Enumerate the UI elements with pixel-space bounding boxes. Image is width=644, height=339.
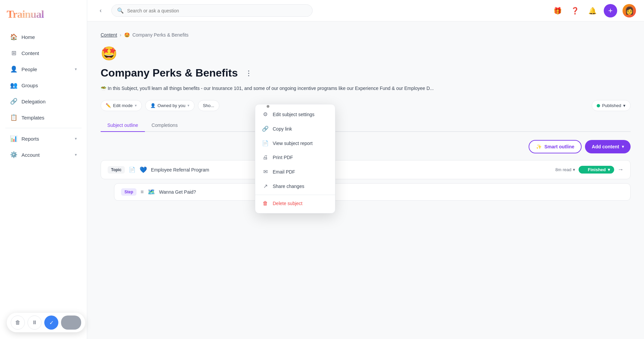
topic-row: Topic 📄 💙 Employee Referral Program 8m r… [101, 160, 631, 179]
delete-control-button[interactable]: 🗑 [11, 316, 25, 330]
print-pdf-icon: 🖨 [262, 154, 269, 160]
tab-subject-outline[interactable]: Subject outline [101, 119, 145, 132]
smart-outline-button[interactable]: ✨ Smart outline [529, 140, 582, 153]
view-subject-report-icon: 📄 [262, 140, 269, 146]
owned-by-button[interactable]: 👤 Owned by you ▾ [145, 100, 195, 111]
gift-icon[interactable]: 🎁 [551, 5, 564, 17]
bottom-controls: 🗑 ⏸ ✓ [7, 313, 85, 332]
published-button[interactable]: Published ▾ [592, 100, 631, 111]
logo-area: Trainual [0, 5, 87, 29]
groups-icon: 👥 [10, 82, 17, 89]
collapse-sidebar-button[interactable]: ‹ [95, 5, 106, 16]
subject-emoji: 🤩 [101, 46, 631, 61]
sidebar-item-label-groups: Groups [21, 83, 38, 88]
edit-icon: ✏️ [106, 103, 111, 108]
share-changes-icon: ↗ [262, 183, 269, 189]
content-icon: ⊞ [10, 49, 17, 57]
step-emoji: 🗺️ [148, 188, 155, 196]
sidebar-item-label-templates: Templates [21, 115, 44, 120]
sidebar-item-label-account: Account [21, 152, 40, 158]
step-list-icon: ≡ [141, 189, 144, 195]
add-content-chevron: ▾ [622, 144, 624, 149]
dropdown-copy-link[interactable]: 🔗Copy link [255, 122, 335, 136]
check-control-button[interactable]: ✓ [44, 316, 58, 330]
templates-icon: 📋 [10, 114, 17, 121]
email-pdf-label: Email PDF [273, 169, 295, 175]
dropdown-email-pdf[interactable]: ✉Email PDF [255, 164, 335, 179]
share-button[interactable]: Sho... [198, 100, 219, 111]
sidebar-item-content[interactable]: ⊞Content [3, 45, 84, 61]
read-time-chevron[interactable]: ▾ [573, 167, 575, 172]
topic-emoji: 💙 [140, 166, 147, 174]
sidebar-item-account[interactable]: ⚙️Account▾ [3, 147, 84, 162]
account-icon: ⚙️ [10, 151, 17, 158]
breadcrumb: Content › 🤩 Company Perks & Benefits [101, 32, 631, 38]
sidebar-item-delegation[interactable]: 🔗Delegation [3, 94, 84, 109]
home-icon: 🏠 [10, 33, 17, 41]
step-row: Step ≡ 🗺️ Wanna Get Paid? [114, 183, 631, 201]
toolbar: ✏️ Edit mode ▾ 👤 Owned by you ▾ Sho... P… [101, 100, 631, 111]
add-content-label: Add content [592, 144, 619, 149]
sidebar-item-home[interactable]: 🏠Home [3, 29, 84, 45]
owned-by-label: Owned by you [158, 103, 185, 108]
edit-mode-chevron: ▾ [135, 103, 137, 108]
finished-dot [583, 168, 586, 172]
dropdown-view-subject-report[interactable]: 📄View subject report [255, 136, 335, 150]
delegation-icon: 🔗 [10, 98, 17, 105]
sidebar-item-templates[interactable]: 📋Templates [3, 110, 84, 125]
sidebar-item-reports[interactable]: 📊Reports▾ [3, 131, 84, 146]
account-chevron: ▾ [75, 152, 77, 157]
main-area: ‹ 🔍 🎁 ❓ 🔔 + 👩 Content › 🤩 Company Perks … [87, 0, 644, 339]
print-pdf-label: Print PDF [273, 155, 293, 160]
search-input[interactable] [127, 8, 307, 13]
subject-title: Company Perks & Benefits [101, 67, 238, 79]
read-time: 8m read ▾ [555, 167, 575, 172]
dropdown-edit-subject-settings[interactable]: ⚙Edit subject settings [255, 107, 335, 122]
breadcrumb-emoji: 🤩 [124, 32, 130, 38]
finished-badge[interactable]: Finished ▾ [579, 166, 614, 174]
reports-icon: 📊 [10, 135, 17, 142]
header-actions: 🎁 ❓ 🔔 + 👩 [551, 4, 636, 17]
delete-subject-icon: 🗑 [262, 200, 269, 206]
sidebar-item-groups[interactable]: 👥Groups [3, 78, 84, 93]
dropdown-delete-subject[interactable]: 🗑Delete subject [255, 196, 335, 210]
notification-icon[interactable]: 🔔 [586, 5, 598, 17]
topic-arrow-button[interactable]: → [618, 166, 624, 173]
dropdown-share-changes[interactable]: ↗Share changes [255, 179, 335, 193]
edit-subject-settings-label: Edit subject settings [273, 112, 315, 117]
app-logo[interactable]: Trainual [7, 8, 80, 20]
topic-document-icon: 📄 [129, 166, 136, 173]
sidebar-item-label-people: People [21, 66, 37, 72]
tab-completions[interactable]: Completions [145, 119, 184, 132]
copy-link-icon: 🔗 [262, 126, 269, 132]
sidebar-item-label-delegation: Delegation [21, 99, 46, 104]
add-content-button[interactable]: Add content ▾ [585, 140, 631, 153]
published-label: Published [602, 103, 621, 108]
more-options-button[interactable]: ⋮ [243, 68, 254, 79]
edit-mode-button[interactable]: ✏️ Edit mode ▾ [101, 100, 142, 111]
breadcrumb-parent[interactable]: Content [101, 32, 117, 38]
share-changes-label: Share changes [273, 184, 304, 189]
breadcrumb-separator: › [120, 32, 121, 38]
owned-by-chevron: ▾ [187, 103, 190, 108]
sidebar-item-label-content: Content [21, 50, 39, 56]
finished-chevron: ▾ [608, 167, 610, 172]
page-content: Content › 🤩 Company Perks & Benefits 🤩 C… [87, 21, 644, 339]
pause-control-button[interactable]: ⏸ [28, 316, 42, 330]
copy-link-label: Copy link [273, 126, 292, 132]
add-button[interactable]: + [604, 4, 617, 17]
breadcrumb-current: Company Perks & Benefits [132, 32, 189, 38]
extra-control-button[interactable] [61, 316, 81, 330]
step-title: Wanna Get Paid? [159, 189, 624, 195]
avatar[interactable]: 👩 [623, 4, 636, 17]
help-icon[interactable]: ❓ [569, 5, 581, 17]
reports-chevron: ▾ [75, 136, 77, 141]
dropdown-print-pdf[interactable]: 🖨Print PDF [255, 150, 335, 164]
topic-badge: Topic [108, 166, 125, 174]
search-icon: 🔍 [117, 7, 124, 14]
sidebar-item-people[interactable]: 👤People▾ [3, 61, 84, 77]
search-bar[interactable]: 🔍 [111, 4, 313, 17]
delete-subject-label: Delete subject [273, 201, 303, 206]
view-subject-report-label: View subject report [273, 141, 313, 146]
people-icon: 👤 [10, 65, 17, 73]
